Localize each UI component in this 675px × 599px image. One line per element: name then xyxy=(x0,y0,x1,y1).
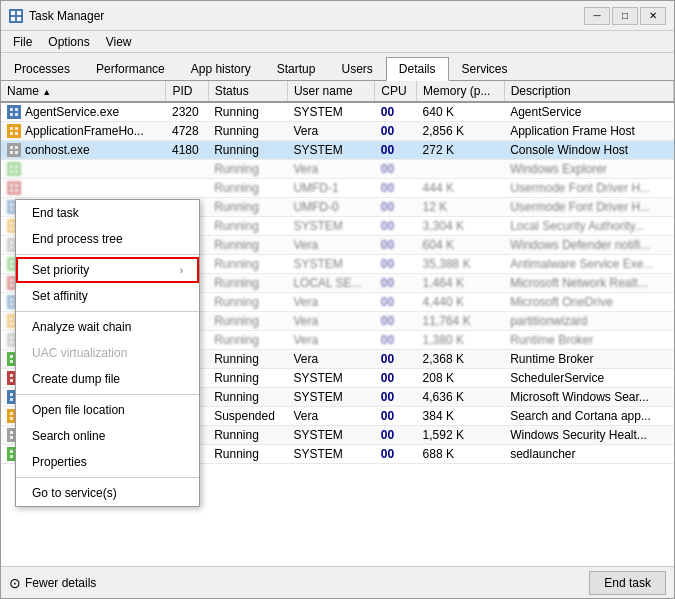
ctx-properties[interactable]: Properties xyxy=(16,449,199,475)
svg-rect-64 xyxy=(10,393,13,396)
table-row[interactable]: ApplicationFrameHo... 4728 Running Vera … xyxy=(1,122,674,141)
cell-cpu: 00 xyxy=(375,445,417,464)
cell-status: Running xyxy=(208,369,287,388)
cell-status: Running xyxy=(208,426,287,445)
table-row[interactable]: conhost.exe 4180 Running SYSTEM 00 272 K… xyxy=(1,141,674,160)
cell-description: Runtime Broker xyxy=(504,331,673,350)
cell-user: Vera xyxy=(287,236,374,255)
ctx-end-task[interactable]: End task xyxy=(16,200,199,226)
cell-user: Vera xyxy=(287,293,374,312)
context-menu: End task End process tree Set priority ›… xyxy=(15,199,200,507)
ctx-set-affinity[interactable]: Set affinity xyxy=(16,283,199,309)
ctx-create-dump[interactable]: Create dump file xyxy=(16,366,199,392)
svg-rect-2 xyxy=(11,17,15,21)
svg-rect-52 xyxy=(10,336,13,339)
cell-cpu: 00 xyxy=(375,293,417,312)
svg-rect-34 xyxy=(10,246,13,249)
tab-processes[interactable]: Processes xyxy=(1,56,83,80)
svg-rect-74 xyxy=(10,436,13,439)
maximize-button[interactable]: □ xyxy=(612,7,638,25)
tab-details[interactable]: Details xyxy=(386,57,449,81)
cell-status: Running xyxy=(208,445,287,464)
cell-status: Running xyxy=(208,198,287,217)
col-pid[interactable]: PID xyxy=(166,81,208,102)
menu-view[interactable]: View xyxy=(98,33,140,51)
cell-description: Windows Explorer xyxy=(504,160,673,179)
svg-rect-44 xyxy=(10,298,13,301)
cell-description: Local Security Authority... xyxy=(504,217,673,236)
cell-user: Vera xyxy=(287,331,374,350)
cell-description: Windows Defender notifi... xyxy=(504,236,673,255)
ctx-uac-virtualization: UAC virtualization xyxy=(16,340,199,366)
svg-rect-68 xyxy=(10,412,13,415)
col-description[interactable]: Description xyxy=(504,81,673,102)
table-row[interactable]: Running UMFD-1 00 444 K Usermode Font Dr… xyxy=(1,179,674,198)
table-container: Name ▲ PID Status User name CPU Memory (… xyxy=(1,81,674,566)
tab-services[interactable]: Services xyxy=(449,56,521,80)
cell-status: Running xyxy=(208,331,287,350)
cell-cpu: 00 xyxy=(375,255,417,274)
svg-rect-12 xyxy=(10,146,13,149)
svg-rect-56 xyxy=(10,355,13,358)
svg-rect-76 xyxy=(10,450,13,453)
cell-pid: 4728 xyxy=(166,122,208,141)
cell-user: Vera xyxy=(287,122,374,141)
menu-options[interactable]: Options xyxy=(40,33,97,51)
tab-app-history[interactable]: App history xyxy=(178,56,264,80)
process-icon xyxy=(7,181,21,195)
svg-rect-16 xyxy=(10,165,13,168)
svg-rect-30 xyxy=(10,227,13,230)
svg-rect-21 xyxy=(15,184,18,187)
process-icon xyxy=(7,162,21,176)
ctx-search-online[interactable]: Search online xyxy=(16,423,199,449)
tab-users[interactable]: Users xyxy=(328,56,385,80)
cell-description: Microsoft Network Realt... xyxy=(504,274,673,293)
menu-file[interactable]: File xyxy=(5,33,40,51)
table-row[interactable]: AgentService.exe 2320 Running SYSTEM 00 … xyxy=(1,102,674,122)
cell-description: sedlauncher xyxy=(504,445,673,464)
col-name[interactable]: Name ▲ xyxy=(1,81,166,102)
ctx-end-process-tree[interactable]: End process tree xyxy=(16,226,199,252)
tab-performance[interactable]: Performance xyxy=(83,56,178,80)
minimize-button[interactable]: ─ xyxy=(584,7,610,25)
cell-memory: 4,636 K xyxy=(417,388,505,407)
cell-memory: 604 K xyxy=(417,236,505,255)
ctx-analyze-wait-chain[interactable]: Analyze wait chain xyxy=(16,314,199,340)
close-button[interactable]: ✕ xyxy=(640,7,666,25)
col-cpu[interactable]: CPU xyxy=(375,81,417,102)
cell-memory: 384 K xyxy=(417,407,505,426)
cell-description: Application Frame Host xyxy=(504,122,673,141)
cell-status: Running xyxy=(208,388,287,407)
col-status[interactable]: Status xyxy=(208,81,287,102)
cell-user: SYSTEM xyxy=(287,426,374,445)
cell-memory: 35,388 K xyxy=(417,255,505,274)
end-task-button[interactable]: End task xyxy=(589,571,666,595)
table-row[interactable]: Running Vera 00 Windows Explorer xyxy=(1,160,674,179)
fewer-details-button[interactable]: ⊙ Fewer details xyxy=(9,575,96,591)
svg-rect-60 xyxy=(10,374,13,377)
cell-memory: 4,440 K xyxy=(417,293,505,312)
cell-description: Windows Security Healt... xyxy=(504,426,673,445)
cell-cpu: 00 xyxy=(375,388,417,407)
svg-rect-38 xyxy=(10,265,13,268)
menu-bar: File Options View xyxy=(1,31,674,53)
svg-rect-28 xyxy=(10,222,13,225)
ctx-divider-3 xyxy=(16,394,199,395)
ctx-open-file-location[interactable]: Open file location xyxy=(16,397,199,423)
svg-rect-6 xyxy=(10,113,13,116)
ctx-go-to-service[interactable]: Go to service(s) xyxy=(16,480,199,506)
cell-user: SYSTEM xyxy=(287,102,374,122)
svg-rect-19 xyxy=(15,170,18,173)
table-header-row: Name ▲ PID Status User name CPU Memory (… xyxy=(1,81,674,102)
cell-user: UMFD-1 xyxy=(287,179,374,198)
cell-status: Running xyxy=(208,102,287,122)
cell-memory: 272 K xyxy=(417,141,505,160)
svg-rect-54 xyxy=(10,341,13,344)
col-memory[interactable]: Memory (p... xyxy=(417,81,505,102)
col-username[interactable]: User name xyxy=(287,81,374,102)
ctx-set-priority[interactable]: Set priority › xyxy=(16,257,199,283)
process-icon xyxy=(7,143,21,157)
svg-rect-24 xyxy=(10,203,13,206)
tab-startup[interactable]: Startup xyxy=(264,56,329,80)
cell-name xyxy=(1,160,166,179)
